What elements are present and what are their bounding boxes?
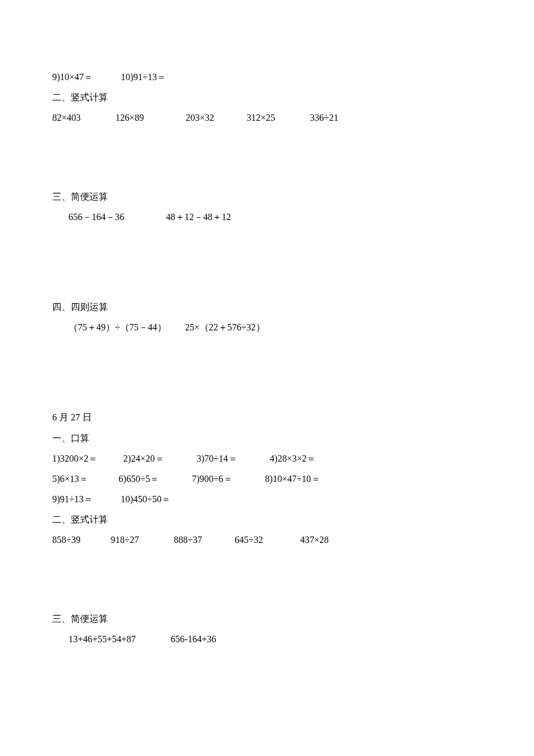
- mental-row-2: 5)6×13＝ 6)650÷5＝ 7)900÷6＝ 8)10×47÷10＝: [52, 469, 482, 489]
- section-header-mental-b: 一、口算: [52, 428, 482, 448]
- section-header-vertical-b: 二、竖式计算: [52, 509, 482, 530]
- vertical-problems-row-b: 858÷39 918÷27 888÷37 645÷32 437×28: [52, 530, 482, 550]
- date-header: 6 月 27 日: [52, 407, 482, 427]
- four-ops-problems-row: （75＋49）÷（75－44） 25×（22＋576÷32）: [52, 317, 482, 337]
- spacer: [52, 128, 482, 186]
- spacer: [52, 227, 482, 297]
- mental-row-3: 9)91÷13＝ 10)450÷50＝: [52, 489, 482, 509]
- simplify-problems-row: 656－164－36 48＋12－48＋12: [52, 207, 482, 227]
- document-page: 9)10×47＝ 10)91÷13＝ 二、竖式计算 82×403 126×89 …: [0, 0, 534, 649]
- section-header-vertical: 二、竖式计算: [52, 87, 482, 107]
- mental-row-extra: 9)10×47＝ 10)91÷13＝: [52, 67, 482, 87]
- simplify-problems-row-b: 13+46+55+54+87 656-164+36: [52, 629, 482, 649]
- section-header-simplify: 三、简便运算: [52, 186, 482, 207]
- section-header-four-ops: 四、四则运算: [52, 297, 482, 317]
- section-header-simplify-b: 三、简便运算: [52, 609, 482, 629]
- spacer: [52, 550, 482, 609]
- spacer: [52, 337, 482, 407]
- mental-row-1: 1)3200×2＝ 2)24×20＝ 3)70÷14＝ 4)28×3×2＝: [52, 448, 482, 469]
- vertical-problems-row: 82×403 126×89 203×32 312×25 336÷21: [52, 107, 482, 128]
